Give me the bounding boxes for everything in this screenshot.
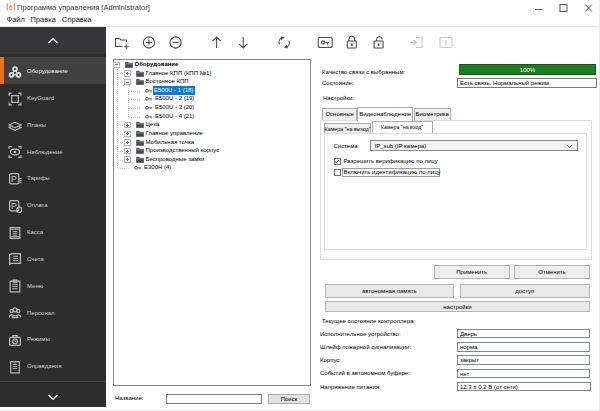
svg-text:6: 6: [9, 4, 13, 11]
svg-text:P: P: [11, 174, 17, 184]
svg-text:P: P: [11, 200, 17, 210]
